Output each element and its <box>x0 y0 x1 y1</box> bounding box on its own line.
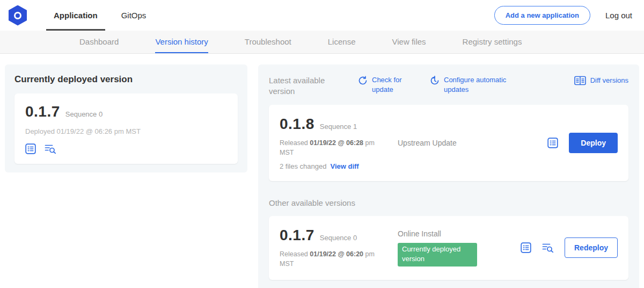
auto-update-clock-icon <box>430 76 440 85</box>
sub-navbar: Dashboard Version history Troubleshoot L… <box>0 31 644 54</box>
redeploy-button[interactable]: Redeploy <box>565 237 618 258</box>
other-sequence: Sequence 0 <box>320 234 357 242</box>
other-version-info: 0.1.7 Sequence 0 Released 01/19/22 @ 06:… <box>280 227 390 269</box>
deployed-timestamp: Deployed 01/19/22 @ 06:26 pm MST <box>25 127 227 135</box>
subnav-item-view-files[interactable]: View files <box>392 31 426 53</box>
currently-deployed-panel: Currently deployed version 0.1.7 Sequenc… <box>5 64 247 172</box>
top-navbar: Application GitOps Add a new application… <box>0 0 644 31</box>
available-header: Latest available version Check for updat… <box>269 73 628 96</box>
subnav-label-dashboard: Dashboard <box>79 37 119 46</box>
deployed-version-row: 0.1.7 Sequence 0 <box>25 103 227 120</box>
other-version-actions: Redeploy <box>521 237 618 258</box>
configure-automatic-updates-action[interactable]: Configure automatic updates <box>430 75 515 94</box>
files-changed-count: 2 files changed <box>280 162 326 170</box>
view-files-icon[interactable] <box>45 143 56 154</box>
latest-sequence: Sequence 1 <box>320 123 357 131</box>
latest-released-timestamp: Released 01/19/22 @ 06:28 pm MST <box>280 138 379 157</box>
subnav-label-version-history: Version history <box>155 37 208 46</box>
deployed-panel-title: Currently deployed version <box>14 74 238 85</box>
subnav-item-registry-settings[interactable]: Registry settings <box>463 31 522 53</box>
other-source-label: Online Install <box>398 229 521 238</box>
tab-gitops[interactable]: GitOps <box>109 0 158 31</box>
app-logo[interactable] <box>9 5 27 26</box>
other-versions-title: Other available versions <box>269 198 628 207</box>
diff-versions-action[interactable]: Diff versions <box>574 75 628 85</box>
tab-gitops-label: GitOps <box>121 11 147 20</box>
subnav-label-registry-settings: Registry settings <box>463 37 522 46</box>
logout-link[interactable]: Log out <box>605 11 632 20</box>
admin-console: Application GitOps Add a new application… <box>0 0 644 288</box>
latest-files-changed-row: 2 files changedView diff <box>280 162 390 170</box>
other-released-timestamp: Released 01/19/22 @ 06:20 pm MST <box>280 249 379 269</box>
other-version-source: Online Install Currently deployed versio… <box>390 229 521 267</box>
deployed-actions <box>25 143 227 154</box>
configure-automatic-updates-label: Configure automatic updates <box>444 75 515 94</box>
diff-versions-icon <box>574 76 586 85</box>
deployed-version-number: 0.1.7 <box>25 103 60 120</box>
deployed-version-card: 0.1.7 Sequence 0 Deployed 01/19/22 @ 06:… <box>14 93 238 164</box>
latest-version-number: 0.1.8 <box>280 116 314 133</box>
latest-version-card: 0.1.8 Sequence 1 Released 01/19/22 @ 06:… <box>269 105 628 181</box>
latest-version-actions: Deploy <box>547 133 618 153</box>
topnav-tabs: Application GitOps <box>42 0 158 31</box>
subnav-item-dashboard[interactable]: Dashboard <box>79 31 119 53</box>
subnav-label-view-files: View files <box>392 37 426 46</box>
subnav-label-license: License <box>328 37 356 46</box>
other-version-card: 0.1.7 Sequence 0 Released 01/19/22 @ 06:… <box>269 216 628 279</box>
refresh-icon <box>358 76 368 85</box>
available-panel-title: Latest available version <box>269 75 340 96</box>
deploy-button[interactable]: Deploy <box>569 133 618 153</box>
subnav-item-troubleshoot[interactable]: Troubleshoot <box>245 31 291 53</box>
main-content: Currently deployed version 0.1.7 Sequenc… <box>0 54 644 288</box>
view-files-icon[interactable] <box>542 242 554 253</box>
latest-version-source: Upstream Update <box>390 139 547 147</box>
check-for-update-action[interactable]: Check for update <box>358 75 406 94</box>
available-versions-panel: Latest available version Check for updat… <box>258 64 639 288</box>
release-notes-icon[interactable] <box>25 143 36 154</box>
subnav-item-version-history[interactable]: Version history <box>155 31 208 53</box>
release-notes-icon[interactable] <box>521 242 531 253</box>
tab-application-label: Application <box>54 11 98 20</box>
deployed-sequence: Sequence 0 <box>65 110 103 118</box>
release-notes-icon[interactable] <box>547 138 558 148</box>
diff-versions-label: Diff versions <box>590 76 628 85</box>
subnav-item-license[interactable]: License <box>328 31 356 53</box>
check-for-update-label: Check for update <box>372 75 406 94</box>
latest-version-info: 0.1.8 Sequence 1 Released 01/19/22 @ 06:… <box>280 116 390 170</box>
other-version-number: 0.1.7 <box>280 227 314 244</box>
add-application-button[interactable]: Add a new application <box>494 6 590 25</box>
tab-application[interactable]: Application <box>42 0 109 31</box>
topnav-right: Add a new application Log out <box>494 6 632 25</box>
app-logo-mark <box>14 12 21 19</box>
view-diff-link[interactable]: View diff <box>330 162 358 170</box>
subnav-label-troubleshoot: Troubleshoot <box>245 37 291 46</box>
currently-deployed-badge: Currently deployed version <box>398 243 477 267</box>
